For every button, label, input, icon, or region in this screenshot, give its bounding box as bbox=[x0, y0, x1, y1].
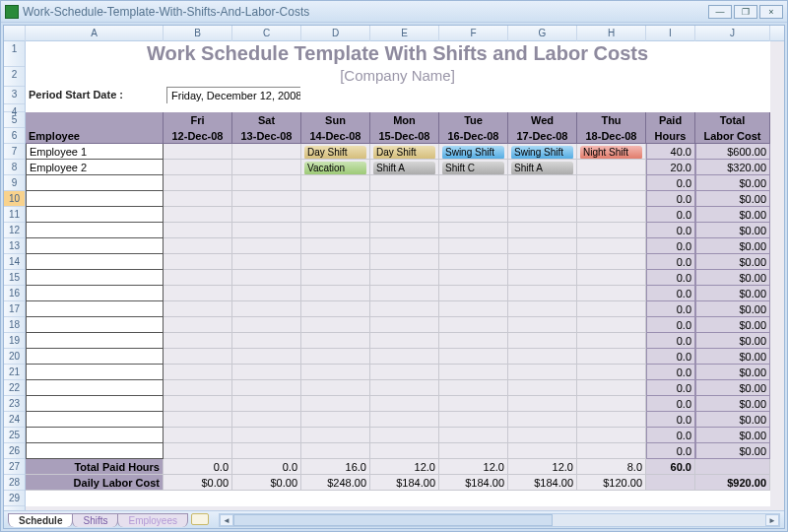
shift-cell[interactable] bbox=[577, 191, 646, 207]
shift-cell[interactable] bbox=[232, 254, 301, 270]
row-header[interactable]: 18 bbox=[4, 317, 25, 333]
row-header[interactable]: 15 bbox=[4, 270, 25, 286]
paid-hours[interactable]: 0.0 bbox=[646, 286, 695, 301]
shift-cell[interactable] bbox=[439, 428, 508, 443]
labor-cost[interactable]: $0.00 bbox=[695, 396, 770, 412]
daily-cost-day[interactable]: $0.00 bbox=[232, 475, 301, 491]
employee-name[interactable] bbox=[26, 443, 164, 459]
shift-cell[interactable] bbox=[232, 286, 301, 301]
shift-cell[interactable] bbox=[577, 301, 646, 317]
shift-cell[interactable] bbox=[301, 443, 370, 459]
employee-name[interactable] bbox=[26, 412, 164, 428]
row-header[interactable]: 29 bbox=[4, 491, 25, 506]
shift-cell[interactable] bbox=[164, 191, 232, 207]
header-dow-6[interactable]: Thu bbox=[577, 112, 646, 128]
shift-cell[interactable] bbox=[439, 286, 508, 301]
shift-cell[interactable] bbox=[508, 443, 577, 459]
paid-hours[interactable]: 0.0 bbox=[646, 365, 695, 380]
row-header[interactable]: 6 bbox=[4, 128, 25, 144]
shift-cell[interactable] bbox=[577, 349, 646, 365]
paid-hours[interactable]: 20.0 bbox=[646, 160, 695, 175]
shift-cell[interactable] bbox=[370, 365, 439, 380]
employee-name[interactable] bbox=[26, 317, 164, 333]
shift-cell[interactable] bbox=[370, 412, 439, 428]
shift-cell[interactable] bbox=[370, 270, 439, 286]
row-header[interactable]: 7 bbox=[4, 144, 25, 160]
paid-hours[interactable]: 0.0 bbox=[646, 443, 695, 459]
employee-name[interactable] bbox=[26, 238, 164, 254]
shift-cell[interactable] bbox=[508, 301, 577, 317]
shift-cell[interactable] bbox=[232, 160, 301, 175]
shift-cell[interactable] bbox=[232, 301, 301, 317]
shift-cell[interactable] bbox=[370, 254, 439, 270]
row-header[interactable]: 11 bbox=[4, 207, 25, 223]
row-header[interactable]: 26 bbox=[4, 443, 25, 459]
header-dow-1[interactable]: Sat bbox=[232, 112, 301, 128]
shift-cell[interactable] bbox=[577, 317, 646, 333]
shift-cell[interactable] bbox=[301, 270, 370, 286]
shift-cell[interactable] bbox=[232, 428, 301, 443]
shift-cell[interactable] bbox=[232, 223, 301, 238]
employee-name[interactable] bbox=[26, 254, 164, 270]
daily-cost-day[interactable]: $184.00 bbox=[439, 475, 508, 491]
shift-cell[interactable] bbox=[301, 317, 370, 333]
shift-cell[interactable] bbox=[164, 254, 232, 270]
shift-cell[interactable] bbox=[508, 428, 577, 443]
shift-cell[interactable] bbox=[164, 396, 232, 412]
shift-cell[interactable] bbox=[439, 207, 508, 223]
col-header[interactable]: D bbox=[301, 26, 370, 41]
shift-cell[interactable] bbox=[370, 175, 439, 191]
shift-cell[interactable] bbox=[232, 191, 301, 207]
col-header[interactable] bbox=[4, 26, 26, 41]
col-header[interactable]: B bbox=[164, 26, 232, 41]
labor-cost[interactable]: $0.00 bbox=[695, 223, 770, 238]
shift-cell[interactable] bbox=[508, 175, 577, 191]
shift-cell[interactable] bbox=[164, 428, 232, 443]
shift-cell[interactable] bbox=[508, 286, 577, 301]
employee-name[interactable] bbox=[26, 191, 164, 207]
shift-badge[interactable]: Swing Shift bbox=[442, 146, 504, 160]
shift-cell[interactable] bbox=[508, 333, 577, 349]
row-header[interactable]: 14 bbox=[4, 254, 25, 270]
shift-cell[interactable] bbox=[439, 380, 508, 396]
header-date-3[interactable]: 15-Dec-08 bbox=[370, 128, 439, 144]
shift-badge[interactable]: Night Shift bbox=[580, 146, 642, 160]
employee-name[interactable] bbox=[26, 286, 164, 301]
shift-cell[interactable] bbox=[301, 428, 370, 443]
labor-cost[interactable]: $0.00 bbox=[695, 191, 770, 207]
shift-cell[interactable] bbox=[577, 380, 646, 396]
shift-cell[interactable] bbox=[301, 238, 370, 254]
shift-cell[interactable] bbox=[577, 396, 646, 412]
labor-cost[interactable]: $0.00 bbox=[695, 238, 770, 254]
employee-name[interactable]: Employee 2 bbox=[26, 160, 164, 175]
paid-hours[interactable]: 40.0 bbox=[646, 144, 695, 160]
shift-cell[interactable] bbox=[232, 238, 301, 254]
row-header[interactable]: 19 bbox=[4, 333, 25, 349]
shift-cell[interactable] bbox=[164, 412, 232, 428]
shift-cell[interactable] bbox=[370, 396, 439, 412]
employee-name[interactable] bbox=[26, 175, 164, 191]
shift-cell[interactable] bbox=[508, 380, 577, 396]
shift-cell[interactable] bbox=[439, 333, 508, 349]
total-paid-day[interactable]: 16.0 bbox=[301, 459, 370, 475]
row-header[interactable]: 21 bbox=[4, 365, 25, 380]
shift-cell[interactable]: Shift A bbox=[508, 160, 577, 175]
total-paid-day[interactable]: 0.0 bbox=[164, 459, 232, 475]
shift-cell[interactable] bbox=[370, 317, 439, 333]
row-header[interactable]: 3 bbox=[4, 87, 25, 104]
shift-cell[interactable] bbox=[232, 175, 301, 191]
shift-cell[interactable] bbox=[301, 301, 370, 317]
shift-cell[interactable] bbox=[164, 380, 232, 396]
shift-cell[interactable] bbox=[301, 175, 370, 191]
shift-cell[interactable] bbox=[232, 333, 301, 349]
shift-cell[interactable] bbox=[439, 396, 508, 412]
shift-cell[interactable] bbox=[508, 207, 577, 223]
labor-cost[interactable]: $0.00 bbox=[695, 317, 770, 333]
shift-cell[interactable] bbox=[301, 207, 370, 223]
total-cost-sum[interactable]: $920.00 bbox=[695, 475, 770, 491]
daily-cost-day[interactable]: $120.00 bbox=[577, 475, 646, 491]
header-cost[interactable]: Total bbox=[695, 112, 770, 128]
col-header[interactable]: G bbox=[508, 26, 577, 41]
shift-cell[interactable] bbox=[164, 270, 232, 286]
restore-button[interactable]: ❐ bbox=[734, 5, 757, 19]
